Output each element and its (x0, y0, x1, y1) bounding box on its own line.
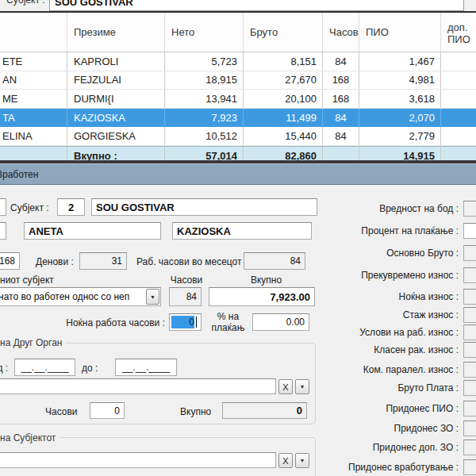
right-panel-value-field[interactable] (463, 362, 476, 378)
right-panel-label: Ноќна износ : (325, 291, 459, 302)
right-panel-value-field[interactable] (463, 342, 476, 358)
other-organ-group-title: на Друг Орган (0, 337, 66, 348)
right-panel-value-field[interactable] (463, 380, 476, 396)
cell-first-name: AN (0, 71, 67, 90)
chevron-down-icon: ▼ (150, 294, 155, 300)
main-hours-field[interactable]: 84 (169, 287, 202, 306)
work-relation-dropdown-button[interactable]: ▼ (146, 289, 159, 305)
other-organ-clear-button[interactable]: X (278, 379, 293, 394)
days-value: 31 (112, 255, 122, 267)
cell-surname: KAPROLI (67, 52, 164, 71)
col-header-surname: Презиме (67, 13, 164, 52)
clipped-field-left-1[interactable] (0, 198, 6, 216)
date-to-input[interactable]: __.__.____ (115, 359, 177, 376)
right-panel-value-field[interactable] (463, 324, 476, 340)
right-panel-value-field[interactable] (463, 223, 476, 239)
subject-dropdown-button[interactable]: ▼ (295, 453, 309, 468)
right-panel-value-field[interactable] (463, 420, 476, 436)
work-hours-value: 84 (290, 255, 301, 267)
other-organ-combobox[interactable] (0, 378, 276, 394)
cell-first-name: ETE (0, 52, 67, 71)
right-panel-label: Стаж износ : (325, 309, 459, 321)
hours-column-header: Часови (163, 274, 210, 286)
last-name-field[interactable]: KAZIOSKA (172, 222, 312, 240)
subject-name-value: SOU GOSTIVAR (96, 202, 175, 213)
table-row-selected[interactable]: TA KAZIOSKA 7,923 11,499 84 2,070 (0, 109, 476, 128)
table-row[interactable]: AN FEJZULAI 18,915 27,670 168 4,981 (0, 71, 476, 90)
subject-id-value: 2 (68, 202, 74, 213)
total-column-header: Вкупно (240, 274, 292, 286)
right-panel-value-field[interactable] (463, 267, 476, 283)
date-from-mask: __.__.____ (21, 362, 68, 373)
cell-neto: 10,512 (164, 127, 243, 145)
cell-hours: 84 (322, 109, 359, 127)
right-panel-value-field[interactable] (463, 459, 476, 475)
right-panel-value-field[interactable] (463, 401, 476, 416)
col-header-name (0, 13, 67, 52)
other-organ-dropdown-button[interactable]: ▼ (295, 379, 309, 394)
right-panel-label: Придонес ЗО : (325, 423, 459, 434)
main-subject-label-fragment: ниот субјект (0, 274, 54, 286)
month-hours-field[interactable]: 168 (0, 252, 20, 270)
cell-surname: GORGIESKA (67, 127, 164, 145)
subject-id-field[interactable]: 2 (57, 198, 85, 216)
work-hours-field[interactable]: 84 (244, 252, 305, 270)
cell-dop-pio (440, 127, 476, 145)
night-hours-label: Ноќна работа часови : (46, 317, 165, 328)
days-label: Денови : (36, 256, 74, 267)
right-panel-label: Процент на плаќање : (325, 225, 459, 236)
right-panel-value-field[interactable] (463, 201, 476, 217)
work-hours-label: Раб. часови во месецот : (136, 256, 247, 267)
right-panel-value-field[interactable] (463, 289, 476, 305)
table-row[interactable]: ETE KAPROLI 5,723 8,151 84 1,467 (0, 52, 476, 71)
right-panel-label: Класен рак. износ : (325, 344, 459, 355)
subject-combobox[interactable] (0, 452, 276, 468)
other-hours-input[interactable]: 0 (90, 402, 125, 419)
clipped-field-left-2[interactable] (0, 222, 6, 240)
cell-dop-pio (440, 90, 476, 108)
night-hours-input[interactable]: 0 (169, 313, 202, 331)
days-field[interactable]: 31 (79, 252, 127, 270)
cell-first-name: ELINA (0, 127, 67, 145)
work-relation-combobox[interactable]: нато во работен однос со неп (0, 287, 161, 306)
right-panel-label: Придонес ПИО : (325, 403, 459, 414)
first-name-value: ANETA (29, 225, 63, 237)
cell-neto: 13,941 (164, 90, 243, 108)
right-panel-value-field[interactable] (463, 245, 476, 261)
cell-neto: 7,923 (164, 109, 243, 127)
other-hours-value: 0 (114, 405, 120, 416)
subject-label: Субјект : (10, 202, 49, 213)
col-header-neto: Нето (164, 13, 243, 52)
cell-bruto: 11,499 (243, 109, 322, 127)
col-header-hours: Часов (322, 13, 359, 52)
cell-hours: 84 (322, 127, 359, 145)
main-total-field[interactable]: 7,923.00 (209, 287, 315, 306)
cell-bruto: 20,100 (243, 90, 322, 108)
cell-hours: 84 (322, 52, 359, 71)
other-total-field[interactable]: 0 (222, 402, 307, 419)
section-bar-label: Вработен (0, 169, 38, 180)
right-panel-value-field[interactable] (463, 440, 476, 455)
first-name-field[interactable]: ANETA (24, 222, 161, 240)
cell-first-name: ME (0, 90, 67, 108)
chevron-down-icon: ▼ (300, 458, 305, 463)
work-relation-combobox-text: нато во работен однос со неп (0, 291, 129, 302)
night-pct-value: 0.00 (286, 317, 305, 328)
other-total-value: 0 (297, 405, 302, 416)
subject-group-title: на Субјектот (0, 432, 60, 443)
subject-name-value: SOU GOSTIVAR (55, 0, 133, 8)
subject-clear-button[interactable]: X (278, 453, 293, 468)
subject-name-field[interactable]: SOU GOSTIVAR (91, 198, 317, 216)
subject-name-field-top[interactable]: SOU GOSTIVAR (49, 0, 464, 11)
cell-bruto: 27,670 (243, 71, 322, 90)
table-row[interactable]: ELINA GORGIESKA 10,512 15,440 84 2,779 (0, 127, 476, 146)
date-from-input[interactable]: __.__.____ (14, 359, 75, 376)
table-header-row: Презиме Нето Бруто Часов ПИО доп. ПИО (0, 13, 476, 52)
right-panel-label: Придонес вработување : (325, 462, 459, 473)
col-header-bruto: Бруто (243, 13, 322, 52)
night-pct-field[interactable]: 0.00 (252, 313, 309, 331)
main-total-value: 7,923.00 (270, 291, 310, 303)
table-row[interactable]: ME DURMI{I 13,941 20,100 168 3,618 (0, 90, 476, 109)
right-panel-value-field[interactable] (463, 307, 476, 323)
date-to-mask: __.__.____ (122, 362, 170, 373)
